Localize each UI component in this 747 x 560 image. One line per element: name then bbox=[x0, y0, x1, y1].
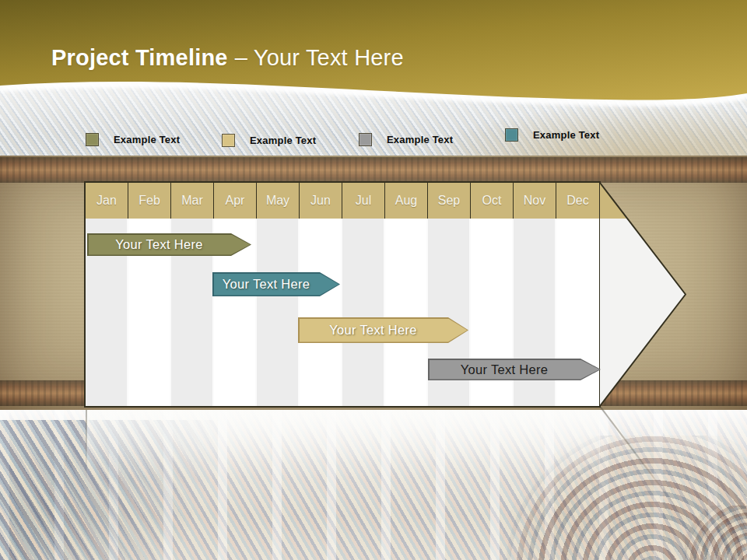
month-cell-jun: Jun bbox=[300, 183, 342, 219]
legend-item-3[interactable]: Example Text bbox=[359, 133, 453, 146]
timeline-arrow-head bbox=[599, 181, 688, 408]
legend-swatch-khaki bbox=[222, 134, 235, 147]
month-cell-oct: Oct bbox=[471, 183, 514, 219]
legend-label: Example Text bbox=[533, 129, 599, 141]
legend-label: Example Text bbox=[387, 134, 453, 145]
timeline-bar-3[interactable]: Your Text Here bbox=[298, 317, 468, 343]
month-cell-feb: Feb bbox=[128, 183, 171, 219]
background-rust-band-top bbox=[0, 157, 747, 183]
slide-title[interactable]: Project Timeline– Your Text Here bbox=[51, 45, 404, 71]
timeline-bar-1[interactable]: Your Text Here bbox=[87, 233, 251, 256]
legend-swatch-gray bbox=[359, 133, 372, 146]
month-column bbox=[300, 219, 342, 406]
legend-item-1[interactable]: Example Text bbox=[86, 133, 180, 146]
month-cell-aug: Aug bbox=[385, 183, 428, 219]
month-cell-jan: Jan bbox=[86, 183, 128, 219]
legend-item-2[interactable]: Example Text bbox=[222, 134, 316, 147]
table-reflection bbox=[86, 410, 600, 478]
month-cell-dec: Dec bbox=[556, 183, 599, 219]
legend-label: Example Text bbox=[114, 134, 180, 145]
slide-title-placeholder: – Your Text Here bbox=[235, 45, 404, 70]
background-circle-motif-small bbox=[685, 506, 747, 560]
month-column bbox=[385, 219, 428, 406]
month-column bbox=[257, 219, 300, 406]
table-reflection-left-edge bbox=[86, 410, 87, 481]
legend-swatch-olive bbox=[86, 133, 99, 146]
bar-label: Your Text Here bbox=[87, 233, 231, 256]
month-cell-may: May bbox=[257, 183, 300, 219]
slide: Project Timeline– Your Text Here Example… bbox=[0, 0, 747, 560]
month-cell-nov: Nov bbox=[514, 183, 556, 219]
month-cell-sep: Sep bbox=[428, 183, 471, 219]
timeline-bar-4[interactable]: Your Text Here bbox=[428, 359, 601, 380]
bar-label: Your Text Here bbox=[428, 359, 580, 380]
slide-title-main: Project Timeline bbox=[51, 45, 228, 70]
month-cell-mar: Mar bbox=[171, 183, 214, 219]
bar-label: Your Text Here bbox=[298, 317, 448, 343]
legend-swatch-teal bbox=[505, 128, 518, 142]
legend-item-4[interactable]: Example Text bbox=[505, 128, 599, 142]
month-cell-jul: Jul bbox=[342, 183, 385, 219]
bar-label: Your Text Here bbox=[212, 272, 320, 296]
timeline-bar-2[interactable]: Your Text Here bbox=[212, 272, 340, 296]
header-gold-wave bbox=[0, 0, 747, 148]
timeline-month-header-row: Jan Feb Mar Apr May Jun Jul Aug Sep Oct … bbox=[86, 183, 599, 219]
legend-label: Example Text bbox=[250, 135, 316, 146]
month-column bbox=[342, 219, 385, 406]
month-cell-apr: Apr bbox=[214, 183, 257, 219]
